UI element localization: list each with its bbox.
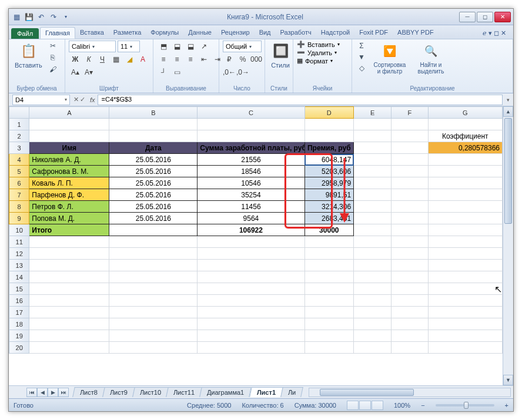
cell[interactable]: Парфенов Д. Ф. (29, 189, 109, 201)
cell[interactable] (304, 236, 354, 248)
row-header[interactable]: 19 (9, 330, 29, 342)
cell[interactable] (392, 177, 428, 189)
cancel-formula-icon[interactable]: ✕ (73, 96, 79, 103)
cell[interactable]: Сумма заработной платы, руб. (198, 142, 304, 154)
qat-dropdown-icon[interactable]: ▾ (61, 12, 71, 22)
cell[interactable] (354, 283, 392, 295)
cell[interactable] (109, 307, 198, 318)
cell[interactable] (354, 119, 392, 130)
underline-button[interactable]: Ч (96, 53, 109, 65)
cell[interactable] (29, 130, 109, 142)
font-color-button[interactable]: A (136, 53, 149, 65)
col-header[interactable]: G (428, 107, 502, 119)
cell[interactable] (428, 213, 502, 224)
cell[interactable]: 11456 (198, 201, 304, 213)
cell[interactable] (428, 119, 502, 130)
cell[interactable]: 25.05.2016 (109, 177, 198, 189)
cell[interactable] (304, 248, 354, 260)
cell[interactable] (29, 283, 109, 295)
col-header[interactable]: B (109, 107, 198, 119)
fill-icon[interactable]: ▼ (356, 52, 367, 62)
row-header[interactable]: 12 (9, 248, 29, 260)
row-header[interactable]: 2 (9, 130, 29, 142)
align-top-icon[interactable]: ⬒ (157, 41, 170, 52)
sheet-tab[interactable]: Лист8 (72, 387, 105, 397)
cell[interactable] (354, 260, 392, 271)
cell[interactable] (198, 236, 304, 248)
cell[interactable] (304, 307, 354, 318)
cell[interactable] (428, 342, 502, 354)
cell[interactable]: 21556 (198, 154, 304, 166)
tab-nav-last[interactable]: ⏭ (58, 388, 69, 397)
col-header[interactable]: F (392, 107, 428, 119)
cell[interactable] (354, 130, 392, 142)
ribbon-tab-4[interactable]: Данные (183, 27, 216, 39)
redo-icon[interactable]: ↷ (48, 12, 59, 22)
cell[interactable]: 35254 (198, 189, 304, 201)
cell[interactable] (304, 260, 354, 271)
row-header[interactable]: 11 (9, 236, 29, 248)
ribbon-tab-0[interactable]: Главная (40, 27, 75, 39)
cell[interactable]: Коэффициент (428, 130, 502, 142)
decimal-increase-icon[interactable]: ,0← (223, 66, 236, 78)
sheet-tab[interactable]: Лист11 (166, 387, 202, 397)
align-center-icon[interactable]: ≡ (170, 53, 183, 65)
comma-icon[interactable]: 000 (250, 53, 263, 65)
cell[interactable] (392, 119, 428, 130)
cell[interactable] (428, 201, 502, 213)
view-layout-icon[interactable] (359, 401, 371, 410)
cell[interactable] (428, 295, 502, 307)
cell[interactable]: 18546 (198, 166, 304, 177)
currency-icon[interactable]: ₽ (223, 53, 236, 65)
find-select-button[interactable]: 🔍 Найти и выделить (412, 41, 450, 76)
vertical-scrollbar[interactable]: ▲ ▼ (503, 106, 513, 385)
cell[interactable] (198, 283, 304, 295)
wrap-text-icon[interactable]: ┘ (157, 66, 170, 78)
col-header[interactable]: C (198, 107, 304, 119)
cell[interactable]: 3214,306 (304, 201, 354, 213)
row-header[interactable]: 18 (9, 318, 29, 330)
copy-icon[interactable]: ⎘ (47, 52, 59, 63)
file-tab[interactable]: Файл (11, 28, 39, 39)
ribbon-tab-5[interactable]: Рецензир (216, 27, 255, 39)
cell[interactable] (29, 236, 109, 248)
zoom-in-icon[interactable]: + (505, 402, 508, 409)
name-box[interactable]: D4▾ (12, 95, 70, 105)
bold-button[interactable]: Ж (69, 53, 82, 65)
cell[interactable] (198, 330, 304, 342)
cell[interactable] (109, 283, 198, 295)
cell[interactable] (304, 119, 354, 130)
undo-icon[interactable]: ↶ (36, 12, 46, 22)
cell[interactable] (354, 189, 392, 201)
row-header[interactable]: 17 (9, 307, 29, 318)
col-header[interactable]: E (354, 107, 392, 119)
sheet-tab[interactable]: Диаграмма1 (200, 387, 252, 397)
cell[interactable] (304, 330, 354, 342)
cell[interactable] (392, 283, 428, 295)
ribbon-tab-6[interactable]: Вид (255, 27, 276, 39)
row-header[interactable]: 10 (9, 224, 29, 236)
enter-formula-icon[interactable]: ✓ (80, 96, 85, 103)
cell[interactable] (109, 224, 198, 236)
spreadsheet-grid[interactable]: ABCDEFG12Коэффициент3ИмяДатаСумма зарабо… (9, 106, 503, 354)
cell[interactable] (354, 271, 392, 283)
cell[interactable]: Дата (109, 142, 198, 154)
merge-icon[interactable]: ▭ (170, 66, 183, 78)
cut-icon[interactable]: ✂ (47, 41, 59, 51)
autosum-icon[interactable]: Σ (356, 41, 367, 51)
cell[interactable] (354, 224, 392, 236)
row-header[interactable]: 20 (9, 342, 29, 354)
cell[interactable] (354, 295, 392, 307)
cell[interactable] (198, 130, 304, 142)
cell[interactable] (428, 177, 502, 189)
cell[interactable]: Итого (29, 224, 109, 236)
cell[interactable] (109, 119, 198, 130)
cell[interactable] (198, 295, 304, 307)
cell[interactable] (29, 318, 109, 330)
align-middle-icon[interactable]: ⬓ (170, 41, 183, 52)
row-header[interactable]: 8 (9, 201, 29, 213)
cell[interactable]: 10546 (198, 177, 304, 189)
cell[interactable] (392, 236, 428, 248)
cell[interactable]: 9564 (198, 213, 304, 224)
ribbon-minimize-icon[interactable]: ℯ ▾ ◻ ✕ (478, 28, 511, 39)
